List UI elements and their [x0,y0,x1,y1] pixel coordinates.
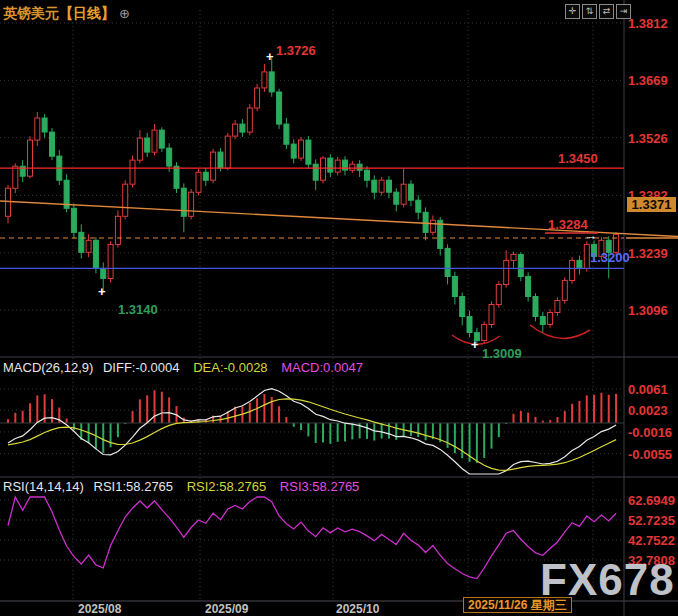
swing-high-label: 1.3726 [276,44,316,57]
macd-tick: 0.0023 [628,403,668,418]
price-tick: 1.3669 [628,73,668,88]
macd-header: MACD(26,12,9) DIFF:-0.0004 DEA:-0.0028 M… [3,361,363,374]
bottom-low-label: 1.3009 [482,347,522,360]
rsi1-value: RSI1:58.2765 [94,479,174,494]
macd-macd-value: MACD:0.0047 [281,360,363,375]
price-tick: 1.3239 [628,246,668,261]
rsi-name: RSI(14,14,14) [3,479,84,494]
price-tick: 1.3096 [628,303,668,318]
period-tag: 【日线】 [59,5,115,21]
scale-x-axis-icon[interactable]: ⇄ [599,4,614,19]
bottom-cross-marker: + [471,338,479,351]
symbol-title-bar: 英镑美元【日线】 ⊕ [3,6,130,20]
rsi-header: RSI(14,14,14) RSI1:58.2765 RSI2:58.2765 … [3,480,359,493]
resistance-label: 1.3450 [558,152,598,165]
rsi-tick: 62.6949 [628,493,675,508]
rsi-tick: 52.7235 [628,513,675,528]
watermark: FX678 [540,558,675,602]
macd-diff-value: DIFF:-0.0004 [103,360,180,375]
chart-window: 英镑美元【日线】 ⊕ ✛⇅⇄⇥ 1.38121.36691.35261.3382… [0,0,678,616]
time-label: 2025/10 [336,602,379,616]
high-cross-marker: + [266,50,274,63]
time-label: 2025/08 [78,602,121,616]
breakout-arrow-marker: → [584,229,597,242]
crosshair-tool-icon[interactable]: ✛ [565,4,580,19]
scale-y-axis-icon[interactable]: ⇅ [582,4,597,19]
rsi2-value: RSI2:58.2765 [187,479,267,494]
price-tick: 1.3812 [628,16,668,31]
expand-icon[interactable]: ⊕ [119,6,130,21]
macd-tick: -0.0055 [628,447,672,462]
support-label: 1.3200 [590,251,630,264]
current-price-box: 1.3371 [627,197,676,212]
symbol-name: 英镑美元 [3,5,59,21]
chart-toolbar: ✛⇅⇄⇥ [565,4,631,19]
chart-canvas[interactable] [0,0,678,616]
trendline-label: 1.3284 [548,218,588,231]
price-tick: 1.3526 [628,131,668,146]
rsi3-value: RSI3:58.2765 [280,479,360,494]
left-low-label: 1.3140 [118,303,158,316]
macd-dea-value: DEA:-0.0028 [193,360,267,375]
macd-tick: 0.0061 [628,382,668,397]
time-label: 2025/09 [205,602,248,616]
low-cross-marker: + [98,285,106,298]
macd-name: MACD(26,12,9) [3,360,93,375]
rsi-tick: 42.7522 [628,533,675,548]
macd-tick: -0.0016 [628,425,672,440]
